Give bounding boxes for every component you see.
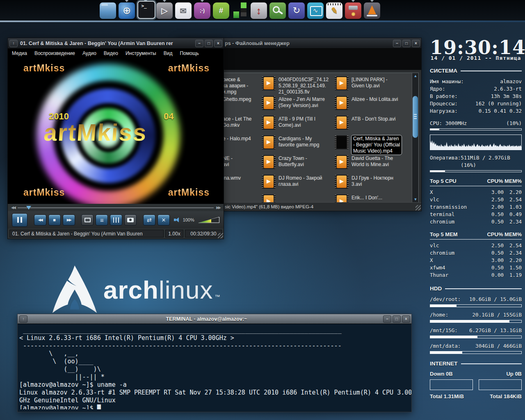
close-button[interactable]: × [412, 40, 420, 47]
keyring-icon[interactable] [269, 0, 286, 19]
file-item[interactable]: David Guetta - The World is Mine.avi [335, 155, 416, 175]
file-item[interactable]: Alizee - J'en Ai Marre (Sexy Version).av… [262, 96, 335, 116]
file-item[interactable]: риске & ка авария - и.mpg [223, 76, 262, 96]
stop-button[interactable]: ■ [48, 215, 61, 226]
vlc-icon[interactable] [364, 0, 380, 19]
file-item[interactable]: [LINKIN PARK] - Given Up.avi [335, 76, 416, 96]
package-icon[interactable] [345, 0, 361, 19]
running-indicator-icon [162, 0, 167, 2]
terminal-output[interactable]: ________________________________________… [18, 324, 411, 409]
video-file-icon [262, 116, 276, 130]
file-item[interactable]: Crazy Town - Butterfly.avi [262, 155, 335, 175]
vlc-statusbar: 01. Cerf & Mitiska & Jaren - Beggin' You… [8, 228, 224, 239]
file-item[interactable]: ace - Let The Go.mkv [223, 116, 262, 135]
seek-row: ◀◀ ▶▶ [8, 204, 224, 211]
net-rate-labels: Down 0BUp 0B [430, 371, 522, 377]
seek-thumb-icon[interactable] [26, 206, 31, 210]
file-name-label: Crazy Town - Butterfly.avi [278, 155, 307, 168]
previous-button[interactable]: ◀◀ [34, 215, 46, 226]
speaker-icon[interactable] [174, 217, 179, 223]
file-item[interactable]: ATB - 9 PM (Till I Come).avi [262, 116, 335, 135]
file-item[interactable] [223, 194, 262, 203]
loop-button[interactable]: ⇄ [143, 215, 155, 226]
minimize-button[interactable]: – [383, 315, 391, 323]
mixer-icon[interactable] [232, 0, 248, 19]
scroll-up-icon[interactable]: ▲ [412, 73, 419, 79]
file-item[interactable]: e - Halo.mp4 [223, 135, 262, 155]
shuffle-button[interactable]: ✕ [158, 215, 170, 226]
file-item[interactable]: DJ Romeo - Закрой глаза.avi [262, 175, 335, 194]
menu-item[interactable]: Помощь [180, 50, 199, 56]
maximize-button[interactable]: □ [402, 40, 411, 47]
playback-rate-field[interactable]: 1.00x [165, 230, 183, 237]
file-name-label: ina.wmv [223, 175, 241, 181]
web-browser-icon[interactable]: ⊕ [119, 0, 135, 19]
equalizer-button[interactable] [110, 215, 122, 226]
maximize-button[interactable]: □ [205, 40, 213, 47]
pause-icon [17, 217, 22, 223]
close-button[interactable]: × [402, 315, 410, 323]
resize-grip[interactable] [218, 233, 223, 238]
network-sync-icon[interactable]: ↻ [288, 0, 305, 19]
file-item[interactable]: Cardigans - My favorite game.mpg [262, 135, 335, 155]
resize-grip[interactable] [415, 205, 421, 210]
file-name-label: [LINKIN PARK] - Given Up.avi [352, 76, 388, 89]
terminal-icon[interactable]: >_ [137, 0, 154, 19]
snapshot-button[interactable] [124, 215, 137, 226]
process-row: vlc2.502.54 [430, 242, 522, 249]
text-editor-icon[interactable]: ✎ [326, 0, 342, 19]
file-item[interactable]: Alizee - Moi Lolita.avi [335, 96, 416, 116]
vlc-titlebar[interactable]: ↑ 01. Cerf & Mitiska & Jaren - Beggin' Y… [8, 38, 224, 49]
minimize-button[interactable]: – [393, 40, 401, 47]
jump-forward-icon[interactable]: ▶▶ [216, 205, 220, 210]
seek-slider[interactable] [18, 207, 214, 208]
vlc-window: ↑ 01. Cerf & Mitiska & Jaren - Beggin' Y… [7, 38, 224, 239]
file-name-label: DJ Romeo - Закрой глаза.avi [278, 175, 322, 187]
irc-icon[interactable]: # [213, 0, 229, 19]
menu-item[interactable]: Аудио [82, 50, 96, 56]
file-item[interactable]: ina.wmv [223, 175, 262, 194]
playlist-button[interactable]: ≡ [96, 215, 108, 226]
video-area[interactable]: artMkiss artMkiss artMkiss artMkiss 2010… [8, 58, 224, 204]
shade-button[interactable]: ↑ [9, 40, 18, 47]
scroll-down-icon[interactable]: ▼ [412, 196, 419, 202]
jump-back-icon[interactable]: ◀◀ [11, 205, 15, 210]
shade-button[interactable]: ↑ [19, 315, 27, 323]
file-item[interactable]: DJ Грув - Ноктюрн 3.avi [335, 175, 416, 194]
file-item[interactable]: Cerf, Mitiska & Jaren - Beggin' You (Off… [335, 135, 416, 155]
system-info-row: Нагрузка:0.15 0.41 0.32 [430, 107, 522, 115]
transfer-icon[interactable]: ↕ [251, 0, 267, 19]
scrollbar-thumb[interactable] [413, 96, 418, 138]
file-item[interactable]: Ghetto.mpeg [223, 96, 262, 116]
dock-icon-glyph: ∿ [313, 7, 318, 14]
maximize-button[interactable]: □ [393, 315, 401, 323]
file-item[interactable] [262, 194, 335, 203]
menu-item[interactable]: Воспроизведение [34, 50, 75, 56]
chat-icon[interactable]: ;-) [194, 0, 210, 19]
menu-item[interactable]: Инструменты [126, 50, 156, 56]
menu-item[interactable]: Медиа [12, 50, 27, 56]
close-button[interactable]: × [214, 40, 222, 47]
menu-item[interactable]: Видео [104, 50, 118, 56]
system-monitor-icon[interactable]: ∿ [307, 0, 324, 19]
terminal-titlebar[interactable]: ↑ TERMINAL - almazov@almazov:~ – □ × [18, 314, 411, 324]
file-item[interactable]: Erik... I Don'... [335, 194, 416, 203]
mail-icon[interactable]: ✉ [175, 0, 192, 19]
dock-icon-glyph: ✉ [180, 6, 187, 16]
pause-button[interactable] [12, 213, 27, 227]
file-name-label: 0040FD016C3F_74.12 5.208.19_82.114.149. … [278, 76, 329, 95]
minimize-button[interactable]: – [195, 40, 203, 47]
file-item[interactable]: NE - avi [223, 155, 262, 175]
media-player-icon[interactable]: ▷ [156, 0, 173, 19]
file-item[interactable]: ATB - Don't Stop.avi [335, 116, 416, 135]
time-field[interactable]: 00:32/09:30 [185, 230, 222, 237]
scrollbar[interactable]: ▲ ▼ [412, 73, 418, 202]
arch-wordmark: archlinux™ [103, 275, 220, 304]
volume-slider[interactable] [198, 217, 219, 223]
next-button[interactable]: ▶▶ [63, 215, 75, 226]
file-manager-icon[interactable] [100, 0, 116, 19]
terminal-line: [almazov@almazov ~]$ [19, 404, 410, 409]
file-item[interactable]: 0040FD016C3F_74.12 5.208.19_82.114.149. … [262, 76, 335, 96]
fullscreen-button[interactable] [81, 215, 94, 226]
menu-item[interactable]: Вид [164, 50, 173, 56]
